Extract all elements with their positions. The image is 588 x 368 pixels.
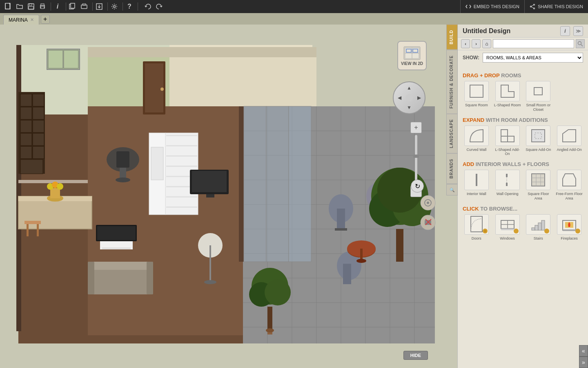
panel-info-button[interactable]: i xyxy=(560,26,570,36)
side-tab-search[interactable]: 🔍 xyxy=(446,184,458,195)
item-square-room[interactable]: Square Room xyxy=(463,81,490,112)
item-doors-label: Doors xyxy=(472,236,481,241)
item-wall-opening[interactable]: Wall Opening xyxy=(494,170,521,201)
svg-rect-154 xyxy=(476,174,477,186)
svg-point-87 xyxy=(116,177,130,182)
side-tab-furnish[interactable]: FURNISH & DECORATE xyxy=(446,50,458,114)
svg-rect-63 xyxy=(64,50,78,68)
share-button[interactable]: SHARE THIS DESIGN xyxy=(524,0,588,13)
side-tabs: BUILD FURNISH & DECORATE LANDSCAPE BRAND… xyxy=(446,25,458,368)
walls-grid: Interior Wall Wall Opening xyxy=(463,170,583,201)
info-icon[interactable]: i xyxy=(53,2,62,11)
hide-button[interactable]: HIDE xyxy=(403,351,428,360)
save-icon[interactable] xyxy=(26,2,36,11)
show-select[interactable]: ROOMS, WALLS & AREAS xyxy=(483,53,583,63)
panel-search-input[interactable] xyxy=(493,39,574,48)
new-icon[interactable] xyxy=(3,2,13,11)
svg-rect-170 xyxy=(538,223,541,230)
rotate-btn-container: ↻ xyxy=(411,178,424,193)
item-l-room[interactable]: L-Shaped Room xyxy=(494,81,521,112)
rooms-grid: Square Room L-Shaped Room xyxy=(463,81,583,112)
tab-marina[interactable]: MARINA ✕ xyxy=(3,15,39,25)
item-freeform-floor-label: Free-Form Floor Area xyxy=(555,192,583,201)
item-windows-label: Windows xyxy=(500,236,515,241)
canvas[interactable]: VIEW IN 2D ▲ ▼ ◀ ▶ + − xyxy=(0,25,457,368)
svg-rect-152 xyxy=(532,130,545,142)
svg-line-19 xyxy=(531,7,534,9)
collapse-down-button[interactable]: » xyxy=(579,357,588,368)
export-icon[interactable] xyxy=(94,2,104,11)
nav-down-button[interactable]: ▼ xyxy=(405,103,413,112)
item-angled-addon-label: Angled Add-On xyxy=(557,148,582,152)
svg-point-135 xyxy=(427,202,429,204)
svg-rect-54 xyxy=(20,120,32,132)
item-small-room[interactable]: Small Room or Closet xyxy=(525,81,552,112)
nav-right-button[interactable]: ▶ xyxy=(415,94,423,102)
tab-add-button[interactable]: + xyxy=(41,15,50,24)
zoom-thumb xyxy=(413,155,419,158)
section-expand: EXPAND WITH ROOM ADDITIONS xyxy=(463,117,583,123)
svg-rect-105 xyxy=(97,226,136,240)
item-square-floor[interactable]: Square Floor Area xyxy=(525,170,552,201)
side-tab-build[interactable]: BUILD xyxy=(446,25,458,50)
panel-nav-row: ‹ › ⌂ xyxy=(458,38,588,50)
svg-rect-117 xyxy=(343,264,351,284)
panel-home-button[interactable]: ⌂ xyxy=(482,39,491,48)
section-browse-highlight: CLICK xyxy=(463,206,479,212)
svg-point-146 xyxy=(578,42,581,45)
pages-icon[interactable] xyxy=(68,2,78,11)
nav-left-button[interactable]: ◀ xyxy=(395,94,403,102)
print-icon[interactable] xyxy=(38,2,47,11)
svg-rect-53 xyxy=(33,107,44,119)
item-interior-wall[interactable]: Interior Wall xyxy=(463,170,490,201)
rotate-button[interactable]: ↻ xyxy=(411,180,424,193)
panel-expand-button[interactable]: ≫ xyxy=(573,26,583,36)
section-browse-normal: TO BROWSE... xyxy=(480,206,517,212)
zoom-slider[interactable] xyxy=(415,135,417,184)
svg-rect-101 xyxy=(147,262,153,294)
panel-forward-button[interactable]: › xyxy=(472,39,481,48)
svg-rect-71 xyxy=(166,166,197,167)
svg-rect-91 xyxy=(50,188,60,198)
item-fireplaces[interactable]: Fireplaces xyxy=(555,214,583,241)
nav-arrows-container: ▲ ▼ ◀ ▶ xyxy=(393,80,425,114)
svg-rect-58 xyxy=(20,146,32,159)
undo-icon[interactable] xyxy=(143,2,153,11)
item-angled-addon[interactable]: Angled Add-On xyxy=(555,126,583,157)
sep5 xyxy=(122,2,123,11)
item-l-addon[interactable]: L-Shaped Add-On xyxy=(494,126,521,157)
svg-line-147 xyxy=(581,45,583,47)
side-tab-landscape[interactable]: LANDSCAPE xyxy=(446,114,458,153)
item-doors[interactable]: Doors xyxy=(463,214,490,241)
redo-icon[interactable] xyxy=(154,2,164,11)
open-icon[interactable] xyxy=(15,2,24,11)
view2d-button[interactable]: VIEW IN 2D xyxy=(397,41,427,70)
svg-rect-103 xyxy=(102,247,131,249)
tab-close-icon[interactable]: ✕ xyxy=(30,17,34,22)
svg-rect-112 xyxy=(335,228,347,231)
show-row: SHOW: ROOMS, WALLS & AREAS xyxy=(458,50,588,65)
embed-button[interactable]: EMBED THIS DESIGN xyxy=(460,0,524,13)
svg-rect-0 xyxy=(5,3,10,9)
item-freeform-floor[interactable]: Free-Form Floor Area xyxy=(555,170,583,201)
nav-up-button[interactable]: ▲ xyxy=(405,84,413,92)
collapse-buttons: « » xyxy=(579,345,588,368)
settings-icon[interactable] xyxy=(109,2,119,11)
item-square-addon[interactable]: Square Add-On xyxy=(525,126,552,157)
tab-bar: MARINA ✕ + xyxy=(0,13,588,25)
item-windows[interactable]: Windows xyxy=(494,214,521,241)
item-curved-wall[interactable]: Curved Wall xyxy=(463,126,490,157)
zoom-in-button[interactable]: + xyxy=(410,122,422,133)
svg-rect-7 xyxy=(41,7,44,9)
section-drag-drop: DRAG + DROP ROOMS xyxy=(463,72,583,79)
svg-rect-80 xyxy=(206,194,214,197)
side-tab-brands[interactable]: BRANDS xyxy=(446,153,458,184)
panel-search-button[interactable] xyxy=(576,39,585,48)
item-stairs[interactable]: Stairs xyxy=(525,214,552,241)
print2-icon[interactable] xyxy=(79,2,89,11)
help-icon[interactable]: ? xyxy=(125,2,134,11)
view2d-container: VIEW IN 2D xyxy=(397,41,427,70)
svg-rect-106 xyxy=(239,106,244,262)
panel-back-button[interactable]: ‹ xyxy=(461,39,470,48)
collapse-up-button[interactable]: « xyxy=(579,345,588,357)
